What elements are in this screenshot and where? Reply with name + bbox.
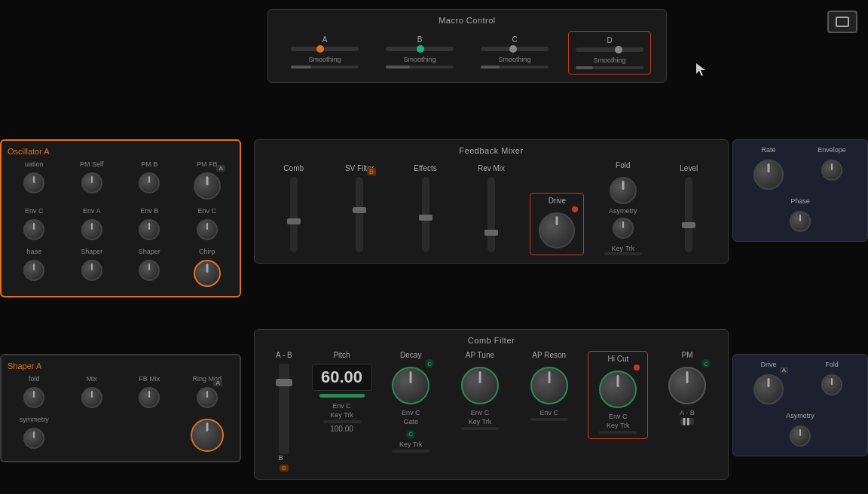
osc-knob-hase[interactable] <box>23 260 44 281</box>
badge-a-ringmod: A <box>213 380 222 386</box>
fader-track-comb[interactable] <box>290 177 298 252</box>
feedback-mixer-title: Feedback Mixer <box>261 146 722 155</box>
shaper-a-grid: fold Mix FB Mix Ring Mod A symmetry <box>8 375 234 455</box>
osc-label-enva: Env A <box>83 207 101 215</box>
fold-knob[interactable] <box>610 177 637 204</box>
macro-knob-d[interactable]: D Smoothing <box>568 31 651 75</box>
badge-c-gate: C <box>406 430 415 439</box>
macro-slider-track-c[interactable] <box>481 47 549 51</box>
aptune-sub-keytrk: Key Trk <box>469 418 492 425</box>
comb-col-hicut: Hi Cut Env C Key Trk <box>588 351 648 439</box>
macro-knob-b[interactable]: B Smoothing <box>378 31 461 75</box>
shaper-cell-empty2 <box>123 416 176 455</box>
phase-knob[interactable] <box>790 211 811 232</box>
osc-knob-envc1[interactable] <box>23 219 44 240</box>
macro-slider-thumb-a[interactable] <box>316 45 324 53</box>
osc-label-uation: uation <box>25 160 44 168</box>
fader-track-effects[interactable] <box>422 177 429 252</box>
drive-knob[interactable] <box>539 212 575 249</box>
osc-knob-pmself[interactable] <box>81 172 102 194</box>
right-panel-grid: Rate Envelope Phase <box>739 146 861 235</box>
macro-smoothing-label-b: Smoothing <box>403 56 436 63</box>
osc-knob-shaper1[interactable] <box>81 260 102 281</box>
pitch-display[interactable]: 60.00 <box>312 364 372 391</box>
macro-smoothing-fill-a <box>291 66 311 69</box>
oscillator-a-title: Oscillator A <box>8 147 234 156</box>
osc-cell-shaper2: Shaper <box>123 248 176 290</box>
osc-knob-shaper2[interactable] <box>139 260 160 281</box>
osc-knob-enva[interactable] <box>81 219 102 240</box>
shaper-knob-mix[interactable] <box>81 387 102 408</box>
osc-label-envb: Env B <box>140 207 158 215</box>
pitch-sub-bar <box>323 420 361 423</box>
hicut-knob[interactable] <box>599 370 637 408</box>
right-asymetry-knob[interactable] <box>790 425 811 447</box>
fader-track-revmix[interactable] <box>487 177 495 252</box>
shaper-knob-symmetry[interactable] <box>23 428 44 449</box>
macro-slider-track-b[interactable] <box>386 47 454 51</box>
comb-col-label-decay: Decay <box>400 351 421 359</box>
osc-cell-hase: hase <box>8 248 61 290</box>
fader-thumb-svfilter[interactable] <box>353 207 366 213</box>
shaper-cell-fold: fold <box>8 375 61 411</box>
shaper-knob-fbmix[interactable] <box>139 387 160 408</box>
macro-slider-thumb-d[interactable] <box>615 46 622 53</box>
asymetry-knob[interactable] <box>613 218 634 239</box>
badge-c-decay: C <box>425 359 434 368</box>
window-icon[interactable] <box>827 11 857 33</box>
mixer-col-comb: Comb <box>267 164 321 255</box>
shaper-knob-ringmod[interactable] <box>197 387 218 408</box>
osc-cell-pmfb: PM FB A <box>181 160 234 203</box>
comb-col-decay: Decay C Env C Gate C Key Trk <box>381 351 441 454</box>
decay-sub-gate: Gate <box>403 418 418 425</box>
comb-col-label-pm: PM <box>682 351 693 359</box>
badge-a-drive: A <box>780 367 788 374</box>
right-drive-knob[interactable] <box>753 374 784 404</box>
macro-knob-c[interactable]: C Smoothing <box>473 31 556 75</box>
ab-label-b: B <box>279 454 283 462</box>
osc-knob-envb[interactable] <box>139 219 160 240</box>
shaper-cell-large <box>181 416 234 455</box>
fader-thumb-revmix[interactable] <box>484 230 498 236</box>
rate-knob[interactable] <box>753 160 784 190</box>
fader-thumb-comb[interactable] <box>287 218 301 224</box>
fader-thumb-level[interactable] <box>682 222 695 228</box>
fader-thumb-effects[interactable] <box>419 215 432 221</box>
mixer-col-svfilter: SV Filter B <box>332 164 387 255</box>
osc-label-envc2: Env C <box>197 207 216 215</box>
aptune-knob[interactable] <box>461 367 499 404</box>
macro-slider-track-d[interactable] <box>576 47 643 52</box>
envelope-knob[interactable] <box>821 160 842 181</box>
ab-fader-thumb[interactable] <box>276 379 292 386</box>
badge-b-svfilter: B <box>367 168 376 175</box>
macro-smoothing-fill-b <box>386 66 410 69</box>
apreson-knob[interactable] <box>530 367 568 404</box>
macro-slider-thumb-b[interactable] <box>417 45 424 53</box>
osc-knob-uation[interactable] <box>23 172 44 194</box>
fader-track-svfilter[interactable] <box>356 177 363 252</box>
shaper-cell-mix: Mix <box>66 375 119 411</box>
pm-knob[interactable] <box>668 367 706 404</box>
decay-sub-envc: Env C <box>402 409 420 416</box>
mixer-col-fold: Fold Asymetry Key Trk <box>596 161 650 255</box>
shaper-knob-large[interactable] <box>191 419 224 452</box>
fader-track-level[interactable] <box>685 177 692 252</box>
hicut-sub-bar <box>599 431 637 434</box>
macro-slider-track-a[interactable] <box>291 47 359 51</box>
macro-knob-a[interactable]: A Smoothing <box>283 31 366 75</box>
right-fold-knob[interactable] <box>821 374 842 395</box>
badge-a-pmfb: A <box>216 165 225 172</box>
shaper-knob-fold[interactable] <box>23 387 44 408</box>
osc-knob-pmb[interactable] <box>139 172 160 194</box>
decay-knob[interactable] <box>392 367 429 404</box>
osc-knob-pmfb[interactable] <box>194 172 221 200</box>
decay-gate-badge-container: C <box>406 425 415 439</box>
ab-fader[interactable] <box>279 364 289 454</box>
macro-letter-c: C <box>512 35 517 44</box>
macro-slider-thumb-c[interactable] <box>509 45 517 53</box>
shaper-cell-symmetry: symmetry <box>8 416 61 455</box>
mixer-columns: Comb SV Filter B Effects Rev Mix <box>261 161 722 255</box>
right-panel-label-phase: Phase <box>790 197 810 205</box>
osc-knob-chirp[interactable] <box>194 260 221 287</box>
osc-knob-envc2[interactable] <box>197 219 218 240</box>
